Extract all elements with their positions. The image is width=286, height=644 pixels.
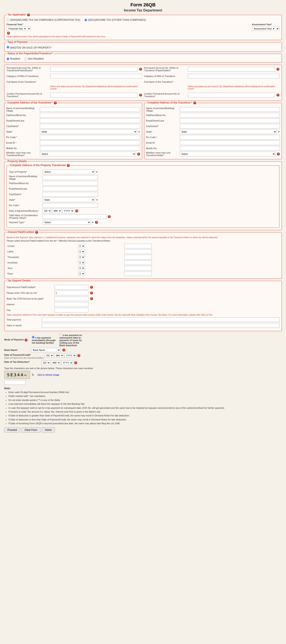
transferor-pin-input[interactable] xyxy=(180,135,280,140)
ones-select[interactable]: 0123456789 xyxy=(78,272,85,276)
tds-rate-input[interactable] xyxy=(54,290,88,295)
non-resident-radio[interactable] xyxy=(24,58,27,60)
transferee-pan-input[interactable] xyxy=(50,67,137,72)
lakhs-select[interactable]: 0123456789 xyxy=(78,250,85,254)
payment-option-label[interactable]: (800)TDS ON SALE OF PROPERTY xyxy=(6,46,52,49)
hundreds-input[interactable] xyxy=(124,260,152,265)
value-words-input[interactable] xyxy=(42,323,280,328)
property-city-input[interactable] xyxy=(43,192,98,197)
payment-option-radio[interactable] xyxy=(6,46,9,48)
property-date-help-icon[interactable]: ? xyxy=(75,209,78,212)
transferee-mobile-input[interactable] xyxy=(40,146,140,150)
property-date-mm-select[interactable]: MM xyxy=(52,208,62,213)
transferee-flat-input[interactable] xyxy=(40,113,140,118)
transferor-email-input[interactable] xyxy=(180,140,280,145)
transferee-email-input[interactable] xyxy=(40,140,140,145)
transferor-confirm-pan-input[interactable] xyxy=(188,93,275,97)
tax-option2-radio[interactable] xyxy=(84,19,87,22)
proceed-button[interactable]: Proceed xyxy=(4,428,20,432)
date-payment-yyyy-select[interactable]: YYYY xyxy=(64,354,76,358)
total-amount-help-icon[interactable]: ? xyxy=(90,286,93,289)
property-addr-help-icon[interactable]: ? xyxy=(67,164,70,167)
tax-option1-label[interactable]: (0020)INCOME-TAX ON COMPANIES (CORPORATI… xyxy=(6,18,80,22)
tens-select[interactable]: 0123456789 xyxy=(78,266,85,270)
tax-applicable-help-icon[interactable]: ? xyxy=(27,13,30,16)
amount-paid-help-icon[interactable]: ? xyxy=(35,231,38,234)
lakhs-input[interactable] xyxy=(124,249,152,254)
transferee-city-input[interactable] xyxy=(40,124,140,128)
transferee-addr-help-icon[interactable]: ? xyxy=(54,102,57,104)
date-payment-help-icon[interactable]: ? xyxy=(77,354,80,357)
property-state-select[interactable]: State xyxy=(43,198,95,202)
transferee-pin-input[interactable] xyxy=(40,135,140,140)
property-payment-type-select[interactable]: Select xyxy=(43,220,91,225)
date-deduction-help-icon[interactable]: ? xyxy=(74,361,77,364)
transferee-pan-help-icon[interactable]: ? xyxy=(139,68,142,71)
date-deduction-mm-select[interactable]: MM xyxy=(51,360,61,365)
transferor-more-help-icon[interactable]: ? xyxy=(277,152,280,156)
mode-option2-label[interactable]: e-tax payment on subsequent date (e-paym… xyxy=(59,333,85,346)
property-type-select[interactable]: Select xyxy=(43,170,95,174)
transferor-state-select[interactable]: State xyxy=(180,130,277,134)
property-total-value-input[interactable] xyxy=(43,214,106,219)
date-deduction-dd-select[interactable]: DD xyxy=(41,360,50,365)
home-button[interactable]: Home xyxy=(42,428,55,432)
mode-option2-radio[interactable] xyxy=(59,333,62,336)
property-flat-input[interactable] xyxy=(43,181,98,186)
tens-input[interactable] xyxy=(124,266,152,270)
financial-year-help-icon[interactable]: ? xyxy=(7,32,10,34)
tax-option2-label[interactable]: (0021)INCOME-TAX (OTHER THAN COMPANIES) xyxy=(84,18,146,22)
transferor-addr-help-icon[interactable]: ? xyxy=(193,102,196,104)
property-premises-input[interactable] xyxy=(43,175,98,180)
fee-input[interactable] xyxy=(54,308,88,312)
captcha-refresh-link[interactable]: click to refresh image xyxy=(37,374,59,376)
mode-option1-radio[interactable] xyxy=(32,336,34,338)
transferor-mobile-input[interactable] xyxy=(180,146,280,150)
crores-input[interactable] xyxy=(124,244,152,248)
ones-input[interactable] xyxy=(124,271,152,276)
transferee-confirm-pan-help-icon[interactable]: ? xyxy=(139,94,142,96)
basic-tax-input[interactable] xyxy=(54,296,88,301)
transferor-flat-input[interactable] xyxy=(180,113,280,118)
tax-option1-radio[interactable] xyxy=(6,19,9,22)
transferee-category-input[interactable] xyxy=(50,74,142,78)
assessment-year-select[interactable]: Assessment Year ▼ xyxy=(252,26,280,31)
basic-tax-help-icon[interactable]: ? xyxy=(90,297,93,300)
non-resident-label[interactable]: Non-Resident xyxy=(24,57,43,60)
clear-form-button[interactable]: Clear Form xyxy=(21,428,40,432)
property-date-yyyy-select[interactable]: YYYY xyxy=(62,208,74,213)
property-date-dd-select[interactable]: DD xyxy=(43,208,51,213)
transferor-category-input[interactable] xyxy=(188,74,280,78)
date-payment-mm-select[interactable]: MM xyxy=(54,354,64,358)
transferee-more-select[interactable]: Select xyxy=(40,152,136,156)
date-deduction-yyyy-select[interactable]: YYYY xyxy=(61,360,73,365)
mode-option1-label[interactable]: e-tax payment immediately (through net b… xyxy=(32,336,57,344)
property-payment-type-help-icon[interactable]: ? xyxy=(95,221,98,224)
property-road-input[interactable] xyxy=(43,186,98,191)
captcha-input[interactable] xyxy=(4,380,25,385)
transferee-confirm-pan-input[interactable] xyxy=(50,93,137,97)
property-total-value-help-icon[interactable]: ? xyxy=(108,215,111,218)
thousands-input[interactable] xyxy=(124,255,152,260)
tds-rate-help-icon[interactable]: ? xyxy=(90,292,93,294)
resident-radio[interactable] xyxy=(6,58,9,60)
transferor-more-select[interactable]: Select xyxy=(180,152,276,156)
bank-help-icon[interactable]: ? xyxy=(62,348,65,352)
financial-year-select[interactable]: Financial Year ▼ xyxy=(6,26,31,31)
transferor-road-input[interactable] xyxy=(180,118,280,123)
transferee-state-select[interactable]: State xyxy=(40,130,137,134)
resident-label[interactable]: Resident xyxy=(6,57,20,60)
transferee-premises-input[interactable] xyxy=(40,107,140,112)
hundreds-select[interactable]: 0123456789 xyxy=(78,261,85,264)
thousands-select[interactable]: 0123456789 xyxy=(78,255,85,259)
date-payment-dd-select[interactable]: DD xyxy=(45,354,54,358)
transferor-city-input[interactable] xyxy=(180,124,280,128)
total-amount-paid-input[interactable] xyxy=(54,285,88,290)
refresh-icon[interactable]: ↻ xyxy=(32,373,34,376)
property-pin-input[interactable] xyxy=(43,203,98,208)
bank-name-select[interactable]: Bank Name xyxy=(31,348,61,352)
transferor-pan-help-icon[interactable]: ? xyxy=(277,68,280,71)
transferee-road-input[interactable] xyxy=(40,118,140,123)
transferee-more-help-icon[interactable]: ? xyxy=(137,152,140,156)
crores-select[interactable]: 0123456789 xyxy=(78,244,85,248)
